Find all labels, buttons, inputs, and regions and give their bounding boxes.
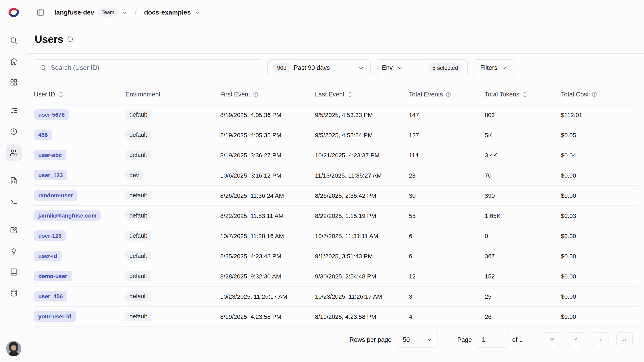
user-avatar[interactable]: [6, 341, 21, 356]
terminal-icon: [10, 198, 18, 206]
table-row[interactable]: 456 default 8/19/2025, 4:05:35 PM 9/5/20…: [34, 125, 638, 145]
table-row[interactable]: user-5678 default 8/19/2025, 4:05:36 PM …: [34, 105, 638, 125]
column-header-total-events[interactable]: Total Events: [409, 84, 485, 105]
table-row[interactable]: user-id default 8/25/2025, 4:23:43 PM 9/…: [34, 246, 638, 266]
environment-badge: default: [126, 130, 151, 140]
sidebar-item-home[interactable]: [6, 53, 22, 69]
user-id-badge[interactable]: your-user-id: [34, 311, 76, 322]
sidebar-item-insights[interactable]: [6, 243, 22, 259]
chevron-right-icon: [597, 336, 604, 343]
table-row[interactable]: random-user default 8/26/2025, 11:36:24 …: [34, 185, 638, 205]
user-id-badge[interactable]: jannik@langfuse.com: [34, 210, 101, 221]
sidebar-item-users[interactable]: [6, 145, 22, 161]
org-switcher-chevron[interactable]: [122, 9, 128, 16]
search-input[interactable]: [51, 64, 256, 72]
last-event-cell: 8/22/2025, 1:15:19 PM: [315, 205, 409, 226]
sidebar-nav: [6, 25, 22, 303]
sidebar-toggle-button[interactable]: [34, 6, 48, 19]
environment-badge: default: [126, 211, 151, 220]
column-header-first-event[interactable]: First Event: [220, 84, 315, 105]
table-row[interactable]: user_123 dev 10/6/2025, 3:16:12 PM 11/13…: [34, 165, 638, 185]
last-event-cell: 9/30/2025, 2:54:48 PM: [315, 266, 409, 286]
tracing-icon: [10, 107, 18, 115]
user-id-badge[interactable]: user-123: [34, 230, 66, 241]
info-icon[interactable]: [446, 92, 452, 97]
user-id-badge[interactable]: user-id: [34, 251, 62, 261]
total-cost-cell: $112.01: [561, 105, 638, 125]
breadcrumb-separator: /: [134, 8, 137, 17]
environment-badge: default: [126, 190, 151, 200]
total-tokens-cell: 3.4K: [485, 145, 561, 165]
main-area: langfuse-dev Team / docs-examples Users: [28, 0, 644, 362]
sidebar-item-prompts[interactable]: [6, 173, 22, 189]
table-row[interactable]: user-123 default 10/7/2025, 11:28:16 AM …: [34, 226, 638, 246]
table-row[interactable]: demo-user default 8/28/2025, 9:32:30 AM …: [34, 266, 638, 286]
table-row[interactable]: your-user-id default 8/19/2025, 4:23:58 …: [34, 306, 638, 326]
sidebar: [0, 0, 28, 362]
first-event-cell: 10/7/2025, 11:28:16 AM: [220, 226, 315, 246]
home-icon: [10, 57, 18, 65]
table-row[interactable]: jannik@langfuse.com default 8/22/2025, 1…: [34, 205, 638, 226]
user-id-badge[interactable]: user_123: [34, 170, 67, 180]
info-icon[interactable]: [522, 92, 528, 97]
info-icon[interactable]: [348, 92, 353, 97]
column-header-user-id[interactable]: User ID: [34, 84, 126, 105]
langfuse-logo[interactable]: [0, 0, 27, 25]
sidebar-item-evaluation[interactable]: [6, 222, 22, 238]
next-page-button[interactable]: [592, 332, 608, 347]
user-id-badge[interactable]: user-5678: [34, 109, 69, 120]
page-number-input[interactable]: [477, 331, 508, 348]
first-event-cell: 10/6/2025, 3:16:12 PM: [220, 165, 315, 185]
date-range-picker[interactable]: 90d Past 90 days: [267, 59, 370, 76]
previous-page-button[interactable]: [568, 332, 584, 347]
last-event-cell: 9/5/2025, 4:53:34 PM: [315, 125, 409, 145]
table-row[interactable]: user-abc default 8/19/2025, 3:36:27 PM 1…: [34, 145, 638, 165]
chevron-down-icon: [501, 64, 508, 71]
org-name[interactable]: langfuse-dev: [54, 9, 94, 16]
total-cost-cell: $0.00: [561, 185, 638, 205]
environment-filter[interactable]: Env 5 selected: [376, 59, 468, 76]
column-header-last-event[interactable]: Last Event: [315, 84, 409, 105]
project-name[interactable]: docs-examples: [144, 9, 191, 16]
user-id-badge[interactable]: 456: [34, 130, 52, 140]
total-events-cell: 114: [409, 145, 485, 165]
column-header-environment[interactable]: Environment: [126, 84, 220, 105]
sidebar-item-search[interactable]: [6, 32, 22, 49]
info-icon[interactable]: [592, 92, 597, 97]
sidebar-item-database[interactable]: [6, 285, 22, 301]
search-icon: [40, 64, 47, 72]
sidebar-item-dashboards[interactable]: [6, 74, 22, 90]
table-row[interactable]: user_456 default 10/23/2025, 11:26:17 AM…: [34, 286, 638, 306]
app-root: langfuse-dev Team / docs-examples Users: [0, 0, 644, 362]
last-page-button[interactable]: [616, 332, 633, 347]
environment-badge: default: [126, 271, 151, 281]
total-tokens-cell: 5K: [485, 125, 561, 145]
table-body: user-5678 default 8/19/2025, 4:05:36 PM …: [34, 105, 638, 326]
user-id-badge[interactable]: user-abc: [34, 150, 66, 160]
sidebar-item-playground[interactable]: [6, 194, 22, 210]
first-event-cell: 8/19/2025, 3:36:27 PM: [220, 145, 315, 165]
project-switcher-chevron[interactable]: [194, 9, 201, 16]
total-events-cell: 6: [409, 246, 485, 266]
user-id-badge[interactable]: user_456: [34, 291, 67, 301]
column-header-total-tokens[interactable]: Total Tokens: [485, 84, 561, 105]
user-id-badge[interactable]: demo-user: [34, 271, 72, 281]
total-events-cell: 30: [409, 185, 485, 205]
sidebar-item-datasets[interactable]: [6, 264, 22, 280]
sidebar-item-sessions[interactable]: [6, 124, 22, 140]
evaluation-icon: [10, 226, 18, 234]
rows-per-page-select[interactable]: 50: [398, 331, 438, 348]
filters-button[interactable]: Filters: [473, 59, 515, 76]
rows-per-page-value: 50: [403, 336, 410, 343]
first-page-button[interactable]: [544, 332, 560, 347]
pager-buttons: [544, 332, 633, 347]
sidebar-item-tracing[interactable]: [6, 103, 22, 119]
info-icon[interactable]: [253, 92, 258, 97]
column-header-total-cost[interactable]: Total Cost: [561, 84, 638, 105]
total-tokens-cell: 70: [485, 165, 561, 185]
user-id-badge[interactable]: random-user: [34, 190, 77, 201]
clock-icon: [10, 128, 18, 136]
info-icon[interactable]: [58, 92, 64, 97]
total-tokens-cell: 1.65K: [485, 205, 561, 226]
page-title-info-icon[interactable]: [67, 36, 74, 42]
